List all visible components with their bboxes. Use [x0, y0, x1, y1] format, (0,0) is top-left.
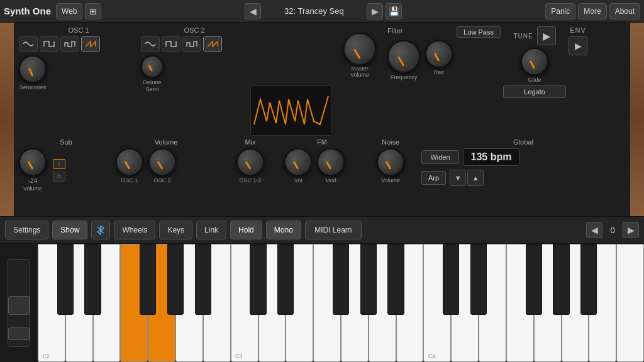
octave-label: C2	[42, 353, 50, 359]
octave-label: C4	[428, 353, 436, 359]
piano-keyboard[interactable]: C2C3C4	[38, 244, 644, 362]
wheels-button[interactable]: Wheels	[114, 221, 155, 239]
white-key[interactable]	[616, 244, 644, 362]
global-row2: Arp ▼ ▲	[421, 170, 625, 186]
tune-arrow-button[interactable]: ▶	[537, 26, 556, 45]
filter-rez-label: Rez	[434, 69, 444, 75]
osc1-semitones-knob[interactable]	[19, 55, 47, 83]
pitch-slider[interactable]	[8, 259, 30, 347]
arp-button[interactable]: Arp	[421, 171, 446, 185]
widen-button[interactable]: Widen	[421, 150, 459, 164]
osc2-detune-knob[interactable]	[141, 55, 164, 78]
osc1-wave-row	[19, 36, 138, 52]
osc2-wave-square2[interactable]	[182, 36, 201, 52]
filter-section: Filter Low Pass Frequency Rez	[387, 26, 501, 136]
global-label: Global	[421, 138, 625, 146]
mix-label: Mix	[219, 138, 282, 146]
more-button[interactable]: More	[578, 3, 606, 19]
seq-next-button[interactable]: ▶	[367, 3, 383, 19]
global-inner: Widen 135 bpm Arp ▼ ▲	[421, 148, 625, 186]
mix-osc12-group: OSC 1-2	[219, 148, 282, 184]
settings-button[interactable]: Settings	[5, 221, 48, 239]
black-key[interactable]	[167, 244, 184, 315]
filter-header: Filter Low Pass	[387, 26, 501, 38]
page-prev-button[interactable]: ◀	[586, 222, 602, 238]
osc2-detune-group: Detune Semi	[141, 55, 164, 92]
osc2-wave-row	[141, 36, 248, 52]
env-arrow-button[interactable]: ▶	[569, 36, 587, 55]
env-label: ENV	[570, 26, 586, 34]
bpm-display[interactable]: 135 bpm	[463, 148, 519, 166]
legato-button[interactable]: Legato	[503, 85, 566, 98]
noise-volume-knob[interactable]	[377, 148, 404, 176]
filter-rez-knob[interactable]	[425, 40, 453, 68]
save-button[interactable]: 💾	[386, 3, 402, 19]
panic-button[interactable]: Panic	[545, 3, 575, 19]
grid-button[interactable]: ⊞	[85, 3, 101, 19]
bluetooth-button[interactable]	[91, 221, 110, 239]
fm-waveform-display	[250, 85, 332, 136]
glide-group: Glide	[503, 48, 566, 83]
black-key[interactable]	[84, 244, 101, 315]
osc2-wave-sine[interactable]	[141, 36, 160, 52]
master-volume-knob[interactable]	[343, 33, 376, 65]
osc1-wave-square2[interactable]	[60, 36, 79, 52]
fm-mod-knob[interactable]	[317, 148, 345, 176]
black-key[interactable]	[333, 244, 349, 315]
black-key[interactable]	[360, 244, 377, 315]
osc1-semitones-group: Semitones	[19, 55, 47, 90]
page-number: 0	[605, 226, 620, 235]
web-button[interactable]: Web	[56, 3, 82, 19]
black-key[interactable]	[580, 244, 597, 315]
black-key[interactable]	[526, 244, 542, 315]
keys-button[interactable]: Keys	[159, 221, 192, 239]
bottom-controls: Settings Show Wheels Keys Link Hold Mono…	[0, 216, 644, 244]
midi-learn-button[interactable]: MIDI Learn	[305, 221, 362, 239]
volume-osc2-knob[interactable]	[148, 148, 176, 176]
seq-name: 32: Trancey Seq	[264, 6, 364, 16]
black-key[interactable]	[140, 244, 156, 315]
black-key[interactable]	[553, 244, 569, 315]
sub-volume-knob[interactable]	[19, 148, 47, 176]
volume-knobs: OSC 1 OSC 2	[116, 148, 216, 184]
osc2-wave-saw[interactable]	[203, 36, 222, 52]
black-key[interactable]	[387, 244, 404, 315]
osc1-wave-sine[interactable]	[19, 36, 38, 52]
volume-osc1-group: OSC 1	[116, 148, 143, 184]
osc1-wave-square[interactable]	[40, 36, 58, 52]
glide-knob[interactable]	[521, 48, 548, 75]
fm-display-section	[250, 26, 332, 136]
mix-osc12-label: OSC 1-2	[239, 177, 261, 184]
tune-label: TUNE	[513, 33, 533, 40]
noise-volume-label: Volume	[381, 177, 400, 184]
osc1-wave-saw[interactable]	[81, 36, 100, 52]
mix-osc12-knob[interactable]	[236, 148, 264, 176]
arp-up-button[interactable]: ▲	[467, 170, 484, 186]
volume-osc1-knob[interactable]	[116, 148, 143, 176]
volume-osc2-group: OSC 2	[148, 148, 176, 184]
black-key[interactable]	[250, 244, 266, 315]
seq-prev-button[interactable]: ◀	[245, 3, 261, 19]
sub-icon-line[interactable]: |	[53, 159, 65, 169]
arp-down-button[interactable]: ▼	[450, 170, 466, 186]
show-button[interactable]: Show	[52, 221, 87, 239]
osc2-wave-square[interactable]	[162, 36, 180, 52]
black-key[interactable]	[470, 244, 487, 315]
filter-type-button[interactable]: Low Pass	[457, 26, 501, 38]
black-key[interactable]	[443, 244, 459, 315]
fm-vol-label: Vol	[294, 177, 303, 184]
black-key[interactable]	[195, 244, 211, 315]
about-button[interactable]: About	[609, 3, 640, 19]
black-key[interactable]	[57, 244, 74, 315]
sub-icon-square[interactable]: ⊓	[53, 172, 65, 182]
page-control: ◀ 0 ▶	[586, 222, 639, 238]
hold-button[interactable]: Hold	[230, 221, 262, 239]
link-button[interactable]: Link	[196, 221, 226, 239]
black-key[interactable]	[277, 244, 294, 315]
fm-vol-knob[interactable]	[284, 148, 312, 176]
filter-frequency-knob[interactable]	[387, 40, 420, 73]
master-volume-label: MasterVolume	[350, 65, 369, 78]
page-next-button[interactable]: ▶	[623, 222, 639, 238]
mono-button[interactable]: Mono	[266, 221, 301, 239]
sub-inner: -24 Volume | ⊓	[19, 148, 113, 192]
